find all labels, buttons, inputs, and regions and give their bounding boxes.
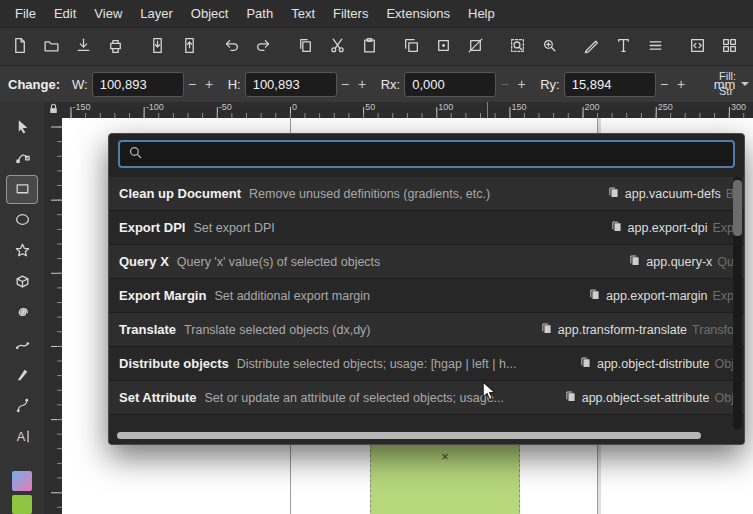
- calligraphy-icon: [14, 366, 31, 386]
- paste-button[interactable]: [356, 34, 382, 60]
- fill-stroke-icon: [583, 37, 600, 57]
- text-dialog-icon: [615, 37, 632, 57]
- width-decrement-button[interactable]: −: [184, 72, 201, 97]
- rx-input[interactable]: 0,000: [404, 72, 496, 97]
- new-document-button[interactable]: [6, 34, 32, 60]
- ry-increment-button[interactable]: +: [673, 72, 690, 97]
- command-row[interactable]: Export MarginSet additional export margi…: [109, 279, 744, 313]
- menu-extensions[interactable]: Extensions: [377, 1, 459, 26]
- node-editor-icon: [14, 149, 31, 169]
- undo-button[interactable]: [218, 34, 244, 60]
- menu-text[interactable]: Text: [282, 1, 324, 26]
- vertical-ruler[interactable]: [44, 118, 62, 514]
- star-tool[interactable]: [7, 238, 37, 265]
- zoom-drawing-button[interactable]: [536, 34, 562, 60]
- menu-edit[interactable]: Edit: [45, 1, 85, 26]
- menu-path[interactable]: Path: [237, 1, 282, 26]
- rectangle-tool[interactable]: [7, 176, 37, 203]
- green-swatch[interactable]: [12, 495, 32, 514]
- height-input[interactable]: 100,893: [245, 72, 337, 97]
- calligraphy-tool[interactable]: [7, 362, 37, 389]
- save-button[interactable]: [70, 34, 96, 60]
- ruler-lock-button[interactable]: [44, 102, 62, 118]
- command-row[interactable]: [109, 415, 744, 445]
- width-increment-button[interactable]: +: [201, 72, 218, 97]
- ruler-label: 0: [292, 102, 297, 112]
- align-dialog-button[interactable]: [716, 34, 742, 60]
- menu-layer[interactable]: Layer: [131, 1, 182, 26]
- selected-rectangle-shape[interactable]: ×: [370, 444, 520, 514]
- copy-button[interactable]: [292, 34, 318, 60]
- box-3d-tool[interactable]: [7, 269, 37, 296]
- toolbar-group: [144, 34, 202, 60]
- ry-decrement-button[interactable]: −: [656, 72, 673, 97]
- command-row[interactable]: Clean up DocumentRemove unused definitio…: [109, 177, 744, 211]
- toolbar-group: [578, 34, 668, 60]
- command-bar: [0, 27, 753, 65]
- duplicate-button[interactable]: [398, 34, 424, 60]
- menu-help[interactable]: Help: [459, 1, 504, 26]
- export-icon: [181, 37, 198, 57]
- command-palette: Clean up DocumentRemove unused definitio…: [108, 133, 745, 445]
- command-title: Distribute objects: [119, 356, 229, 371]
- rx-decrement-button[interactable]: −: [496, 72, 513, 97]
- ruler-position-marker: [487, 102, 488, 118]
- palette-horizontal-scrollbar-thumb[interactable]: [117, 432, 701, 439]
- height-increment-button[interactable]: +: [354, 72, 371, 97]
- layers-dialog-icon: [647, 37, 664, 57]
- copy-icon: [297, 37, 314, 57]
- command-action-group: app.object-distributeObj: [579, 356, 734, 372]
- inkscape-window: FileEditViewLayerObjectPathTextFiltersEx…: [0, 0, 753, 514]
- command-row[interactable]: Export DPISet export DPIapp.export-dpiEx…: [109, 211, 744, 245]
- menu-view[interactable]: View: [85, 1, 131, 26]
- unlink-clone-button[interactable]: [462, 34, 488, 60]
- open-button[interactable]: [38, 34, 64, 60]
- menu-object[interactable]: Object: [182, 1, 238, 26]
- text-tool[interactable]: A: [7, 424, 37, 451]
- spiral-tool[interactable]: [7, 300, 37, 327]
- pen-tool[interactable]: [7, 393, 37, 420]
- action-id: app.query-x: [646, 255, 712, 269]
- create-clone-button[interactable]: [430, 34, 456, 60]
- xml-editor-button[interactable]: [684, 34, 710, 60]
- command-row[interactable]: Distribute objectsDistribute selected ob…: [109, 347, 744, 381]
- layers-dialog-button[interactable]: [642, 34, 668, 60]
- rx-increment-button[interactable]: +: [513, 72, 530, 97]
- action-tail: Transfo: [692, 323, 734, 337]
- pencil-tool[interactable]: [7, 331, 37, 358]
- search-icon: [128, 145, 143, 163]
- import-button[interactable]: [144, 34, 170, 60]
- ry-input[interactable]: 15,894: [564, 72, 656, 97]
- action-icon: [588, 288, 601, 304]
- gradient-swatch[interactable]: [12, 471, 32, 490]
- cut-button[interactable]: [324, 34, 350, 60]
- text-dialog-button[interactable]: [610, 34, 636, 60]
- node-editor-tool[interactable]: [7, 145, 37, 172]
- palette-vertical-scrollbar-thumb[interactable]: [733, 180, 742, 236]
- ellipse-icon: [14, 211, 31, 231]
- ellipse-tool[interactable]: [7, 207, 37, 234]
- print-button[interactable]: [102, 34, 128, 60]
- export-button[interactable]: [176, 34, 202, 60]
- zoom-selection-button[interactable]: [504, 34, 530, 60]
- command-title: Query X: [119, 254, 169, 269]
- width-input[interactable]: 100,893: [92, 72, 184, 97]
- menu-file[interactable]: File: [6, 1, 45, 26]
- command-row[interactable]: Set AttributeSet or update an attribute …: [109, 381, 744, 415]
- command-row[interactable]: TranslateTranslate selected objects (dx,…: [109, 313, 744, 347]
- fill-stroke-button[interactable]: [578, 34, 604, 60]
- action-icon: [579, 356, 592, 372]
- height-decrement-button[interactable]: −: [337, 72, 354, 97]
- selector-tool[interactable]: [7, 114, 37, 141]
- command-row[interactable]: Query XQuery 'x' value(s) of selected ob…: [109, 245, 744, 279]
- command-description: Query 'x' value(s) of selected objects: [177, 255, 380, 269]
- palette-search-box[interactable]: [118, 140, 735, 168]
- redo-button[interactable]: [250, 34, 276, 60]
- command-description: Distribute selected objects; usage: [hga…: [237, 357, 517, 371]
- ruler-label: -150: [73, 102, 91, 112]
- menu-filters[interactable]: Filters: [324, 1, 377, 26]
- horizontal-ruler[interactable]: -150-100-50050100150200250300: [62, 102, 753, 118]
- ruler-label: -100: [146, 102, 164, 112]
- lock-icon: [47, 102, 60, 118]
- search-input[interactable]: [150, 147, 725, 162]
